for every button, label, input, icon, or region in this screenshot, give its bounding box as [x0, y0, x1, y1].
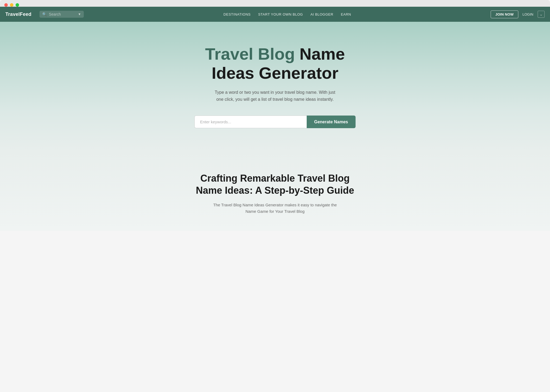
user-menu-dropdown[interactable]: ⌄ [538, 11, 545, 18]
content-section: Crafting Remarkable Travel Blog Name Ide… [0, 151, 550, 231]
login-button[interactable]: LOGIN [520, 11, 535, 18]
search-input[interactable] [49, 12, 76, 16]
search-bar[interactable]: 🔍 ▼ [39, 11, 84, 18]
navbar: TravelFeed 🔍 ▼ DESTINATIONS START YOUR O… [0, 7, 550, 22]
window-chrome [0, 0, 550, 7]
nav-ai-blogger[interactable]: AI BLOGGER [310, 12, 333, 16]
site-logo[interactable]: TravelFeed [5, 12, 31, 17]
hero-title-colored: Travel Blog [205, 45, 295, 63]
hero-section: Travel Blog NameIdeas Generator Type a w… [0, 22, 550, 151]
nav-actions: JOIN NOW LOGIN ⌄ [491, 10, 545, 18]
minimize-button[interactable] [10, 3, 13, 7]
search-icon: 🔍 [42, 12, 47, 16]
hero-subtitle: Type a word or two you want in your trav… [211, 89, 339, 103]
maximize-button[interactable] [16, 3, 19, 7]
content-title: Crafting Remarkable Travel Blog Name Ide… [194, 172, 356, 196]
nav-destinations[interactable]: DESTINATIONS [223, 12, 251, 16]
close-button[interactable] [4, 3, 8, 7]
hero-title: Travel Blog NameIdeas Generator [205, 44, 345, 83]
join-now-button[interactable]: JOIN NOW [491, 10, 518, 18]
nav-start-blog[interactable]: START YOUR OWN BLOG [258, 12, 303, 16]
nav-links: DESTINATIONS START YOUR OWN BLOG AI BLOG… [89, 12, 485, 16]
keyword-input[interactable] [194, 116, 307, 128]
content-subtitle: The Travel Blog Name Ideas Generator mak… [208, 202, 342, 215]
chevron-down-icon: ▼ [78, 12, 81, 16]
nav-earn[interactable]: EARN [341, 12, 351, 16]
generate-names-button[interactable]: Generate Names [307, 116, 356, 128]
hero-form: Generate Names [194, 116, 356, 128]
